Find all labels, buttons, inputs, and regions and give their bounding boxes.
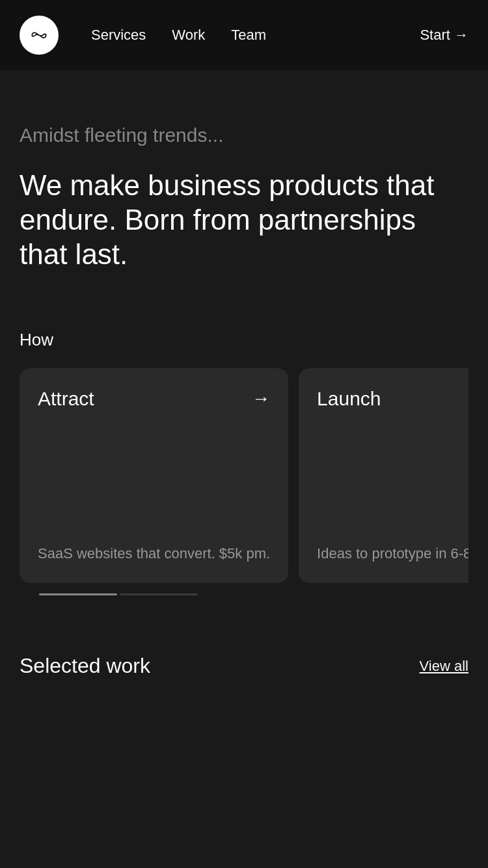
scroll-dot-2 xyxy=(120,593,198,595)
how-section: How Attract → SaaS websites that convert… xyxy=(0,310,488,621)
card-attract-arrow-icon: → xyxy=(252,388,270,409)
scroll-dot-1 xyxy=(39,593,117,595)
how-label: How xyxy=(20,330,468,350)
card-launch-description: Ideas to prototype in 6-8 weeks. xyxy=(317,544,468,564)
scroll-indicator xyxy=(20,586,468,595)
card-attract[interactable]: Attract → SaaS websites that convert. $5… xyxy=(20,368,288,583)
selected-work-title: Selected work xyxy=(20,654,150,678)
hero-section: Amidst fleeting trends... We make busine… xyxy=(0,70,488,310)
site-header: Services Work Team Start → xyxy=(0,0,488,70)
card-attract-title: Attract xyxy=(38,388,94,410)
nav-team[interactable]: Team xyxy=(218,27,279,44)
main-nav: Services Work Team xyxy=(78,27,420,44)
card-attract-description: SaaS websites that convert. $5k pm. xyxy=(38,544,270,564)
selected-work-section: Selected work View all xyxy=(0,621,488,698)
cards-container: Attract → SaaS websites that convert. $5… xyxy=(20,368,468,586)
nav-work[interactable]: Work xyxy=(159,27,218,44)
nav-services[interactable]: Services xyxy=(78,27,159,44)
view-all-link[interactable]: View all xyxy=(420,658,468,675)
card-launch[interactable]: Launch – Ideas to prototype in 6-8 weeks… xyxy=(299,368,468,583)
hero-title: We make business products that endure. B… xyxy=(20,169,468,271)
card-attract-header: Attract → xyxy=(38,388,270,410)
hero-subtitle: Amidst fleeting trends... xyxy=(20,122,468,148)
card-launch-header: Launch – xyxy=(317,388,468,410)
card-launch-title: Launch xyxy=(317,388,381,410)
nav-start[interactable]: Start → xyxy=(420,27,468,44)
logo[interactable] xyxy=(20,16,59,55)
